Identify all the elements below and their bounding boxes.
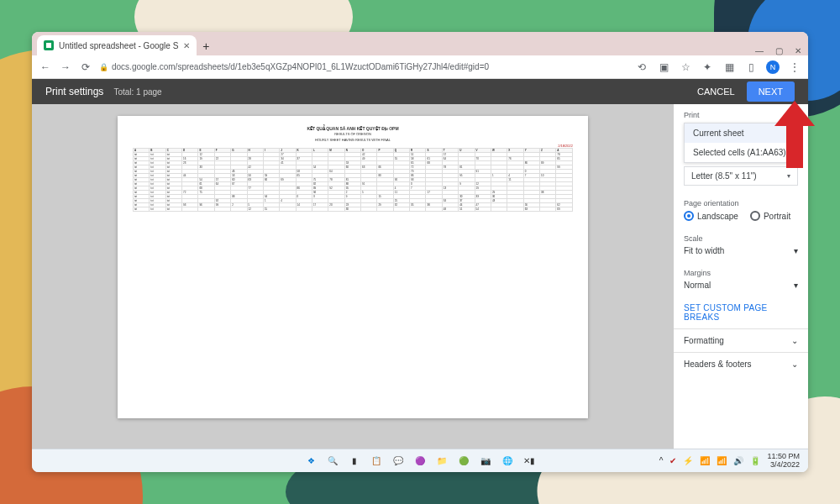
window-minimize-icon[interactable]: — [755, 46, 764, 55]
bookmark-icon[interactable]: ☆ [679, 60, 692, 74]
preview-table: ABCDEFGHIJKLMNOPQRSTUVWXYZAtxttxttxt1227… [133, 148, 573, 212]
preview-title: KẾT QUẢ QUAN SÁ ANH KẾT QUYỆT ĐỊu OPM [133, 126, 573, 131]
annotation-arrow [774, 101, 815, 168]
share-icon[interactable]: ⟲ [635, 60, 648, 74]
sheets-favicon [44, 40, 54, 50]
tray-wifi-icon[interactable]: 📶 [717, 456, 727, 465]
orientation-label: Page orientation [684, 199, 798, 207]
nav-forward-icon[interactable]: → [59, 60, 72, 74]
system-clock[interactable]: 11:50 PM 3/4/2022 [767, 453, 800, 470]
app-icon[interactable]: 🟣 [412, 453, 428, 470]
page-count: Total: 1 page [113, 87, 161, 97]
extensions-icon[interactable]: ✦ [701, 60, 714, 74]
chevron-down-icon: ⌄ [791, 360, 798, 369]
address-bar: ← → ⟳ 🔒 docs.google.com/spreadsheets/d/1… [32, 55, 808, 79]
print-settings-header: Print settings Total: 1 page CANCEL NEXT [32, 79, 808, 104]
tray-lang[interactable]: 📶 [700, 456, 710, 465]
start-button[interactable]: ❖ [302, 453, 319, 470]
preview-page: KẾT QUẢ QUAN SÁ ANH KẾT QUYỆT ĐỊu OPM RE… [118, 116, 588, 418]
tray-av-icon[interactable]: ✔ [669, 456, 676, 465]
tray-battery-icon[interactable]: 🔋 [750, 456, 760, 465]
scale-select[interactable]: Fit to width ▾ [684, 246, 798, 255]
translate-icon[interactable]: ▣ [657, 60, 670, 74]
tray-power-icon[interactable]: ⚡ [683, 456, 693, 465]
tray-chevron-icon[interactable]: ^ [659, 456, 664, 465]
app-icon[interactable]: 📷 [477, 453, 494, 470]
headers-footers-expander[interactable]: Headers & footers ⌄ [674, 352, 808, 375]
search-icon[interactable]: 🔍 [324, 453, 341, 470]
radio-landscape[interactable]: Landscape [684, 211, 738, 221]
margins-label: Margins [684, 269, 798, 277]
browser-menu-icon[interactable]: ⋮ [788, 60, 801, 74]
reading-list-icon[interactable]: ▦ [722, 60, 736, 74]
cancel-button[interactable]: CANCEL [685, 81, 747, 102]
tab-close-icon[interactable]: ✕ [183, 41, 190, 50]
edge-icon[interactable]: 🌐 [499, 453, 516, 470]
browser-window: Untitled spreadsheet - Google S ✕ + — ▢ … [32, 32, 808, 472]
formatting-expander[interactable]: Formatting ⌄ [674, 328, 808, 352]
window-close-icon[interactable]: ✕ [795, 46, 801, 55]
paper-size-select[interactable]: Letter (8.5" x 11") ▾ [684, 166, 798, 186]
windows-taskbar: ❖ 🔍 ▮ 📋 💬 🟣 📁 🟢 📷 🌐 ✕▮ ^ ✔ ⚡ 📶 📶 🔊 🔋 11:… [32, 449, 808, 472]
paper-size-value: Letter (8.5" x 11") [691, 171, 757, 181]
preview-line3: HOURLY SHEET HAVING RESULTS WITH FINAL [133, 138, 573, 142]
window-maximize-icon[interactable]: ▢ [775, 46, 783, 55]
tab-title: Untitled spreadsheet - Google S [59, 41, 178, 50]
next-button[interactable]: NEXT [747, 81, 795, 102]
radio-portrait[interactable]: Portrait [750, 211, 790, 221]
file-explorer-icon[interactable]: 📁 [433, 453, 450, 470]
chevron-down-icon: ▾ [787, 172, 790, 180]
taskbar-center: ❖ 🔍 ▮ 📋 💬 🟣 📁 🟢 📷 🌐 ✕▮ [302, 453, 538, 470]
tray-volume-icon[interactable]: 🔊 [733, 456, 743, 465]
app-icon[interactable]: 🟢 [455, 453, 472, 470]
nav-back-icon[interactable]: ← [39, 60, 52, 74]
radio-on-icon [684, 211, 694, 221]
set-page-breaks-link[interactable]: SET CUSTOM PAGE BREAKS [674, 297, 808, 328]
preview-line2: RESULTS OF OREGON [133, 132, 573, 136]
side-panel-icon[interactable]: ▯ [744, 60, 758, 74]
scale-label: Scale [684, 234, 798, 243]
page-title: Print settings [45, 86, 103, 97]
radio-off-icon [750, 211, 760, 221]
chevron-down-icon: ⌄ [791, 336, 798, 345]
app-icon[interactable]: 📋 [368, 453, 385, 470]
url-text: docs.google.com/spreadsheets/d/1eb3e5qXG… [112, 62, 489, 71]
lock-icon: 🔒 [99, 63, 108, 71]
margins-select[interactable]: Normal ▾ [684, 281, 798, 290]
tab-strip: Untitled spreadsheet - Google S ✕ + — ▢ … [32, 32, 808, 55]
taskview-icon[interactable]: ▮ [346, 453, 363, 470]
excel-icon[interactable]: ✕▮ [521, 453, 538, 470]
chevron-down-icon: ▾ [794, 281, 798, 290]
new-tab-button[interactable]: + [197, 37, 215, 55]
app-icon[interactable]: 💬 [390, 453, 407, 470]
print-preview-area: KẾT QUẢ QUAN SÁ ANH KẾT QUYỆT ĐỊu OPM RE… [32, 104, 674, 472]
profile-avatar[interactable]: N [766, 60, 780, 74]
url-field[interactable]: 🔒 docs.google.com/spreadsheets/d/1eb3e5q… [99, 62, 628, 71]
browser-tab[interactable]: Untitled spreadsheet - Google S ✕ [37, 35, 197, 55]
nav-reload-icon[interactable]: ⟳ [79, 60, 92, 74]
chevron-down-icon: ▾ [794, 246, 798, 255]
